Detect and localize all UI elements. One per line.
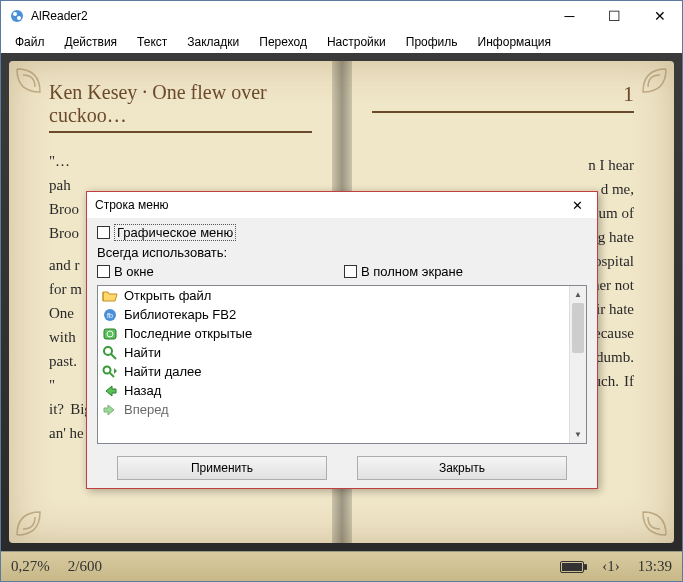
page-number: 1 [372, 81, 635, 113]
statusbar: 0,27% 2/600 ‹1› 13:39 [1, 551, 682, 581]
menu-text[interactable]: Текст [127, 33, 177, 51]
fb2-library-icon: fb [102, 307, 118, 323]
label-always-use: Всегда использовать: [97, 243, 587, 262]
listbox-scrollbar[interactable]: ▲ ▼ [569, 286, 586, 443]
svg-point-0 [11, 10, 23, 22]
label-fullscreen: В полном экране [361, 264, 463, 279]
svg-line-8 [111, 354, 116, 359]
menu-goto[interactable]: Переход [249, 33, 317, 51]
minimize-button[interactable]: ─ [547, 1, 592, 31]
scroll-up-button[interactable]: ▲ [570, 286, 586, 303]
list-item[interactable]: Назад [98, 381, 569, 400]
recent-files-icon [102, 326, 118, 342]
close-dialog-button[interactable]: Закрыть [357, 456, 567, 480]
list-item-label: Найти далее [124, 364, 202, 379]
menu-string-dialog: Строка меню ✕ Графическое меню Всегда ис… [86, 191, 598, 489]
find-icon [102, 345, 118, 361]
list-item-label: Назад [124, 383, 161, 398]
svg-text:fb: fb [107, 312, 113, 319]
book-title: Ken Kesey · One flew over cuckoo… [49, 81, 312, 127]
text-line: n I hear [372, 153, 635, 177]
label-in-window: В окне [114, 264, 154, 279]
book-area: Ken Kesey · One flew over cuckoo… "… pah… [1, 53, 682, 551]
list-item-label: Последние открытые [124, 326, 252, 341]
dialog-titlebar[interactable]: Строка меню ✕ [87, 192, 597, 218]
checkbox-fullscreen[interactable] [344, 265, 357, 278]
scroll-down-button[interactable]: ▼ [570, 426, 586, 443]
list-item[interactable]: Найти далее [98, 362, 569, 381]
close-button[interactable]: ✕ [637, 1, 682, 31]
svg-point-7 [104, 347, 112, 355]
svg-line-10 [110, 373, 114, 377]
book-header: Ken Kesey · One flew over cuckoo… [49, 81, 312, 133]
list-item[interactable]: Вперед [98, 400, 569, 419]
list-item[interactable]: Найти [98, 343, 569, 362]
list-item-label: Библиотекарь FB2 [124, 307, 236, 322]
checkbox-in-window[interactable] [97, 265, 110, 278]
list-item-label: Открыть файл [124, 288, 211, 303]
dialog-close-button[interactable]: ✕ [565, 195, 589, 215]
menu-settings[interactable]: Настройки [317, 33, 396, 51]
list-item[interactable]: fb Библиотекарь FB2 [98, 305, 569, 324]
apply-button[interactable]: Применить [117, 456, 327, 480]
svg-point-2 [17, 16, 21, 20]
menu-items-listbox[interactable]: Открыть файл fb Библиотекарь FB2 Последн… [97, 285, 587, 444]
list-item[interactable]: Открыть файл [98, 286, 569, 305]
list-item[interactable]: Последние открытые [98, 324, 569, 343]
back-arrow-icon [102, 383, 118, 399]
text-line: "… [49, 149, 312, 173]
dialog-title: Строка меню [95, 198, 169, 212]
menubar: Файл Действия Текст Закладки Переход Нас… [1, 31, 682, 53]
checkbox-graphic-menu[interactable] [97, 226, 110, 239]
menu-file[interactable]: Файл [5, 33, 55, 51]
forward-arrow-icon [102, 402, 118, 418]
label-graphic-menu: Графическое меню [114, 224, 236, 241]
battery-icon [560, 561, 584, 573]
titlebar: AlReader2 ─ ☐ ✕ [1, 1, 682, 31]
menu-profile[interactable]: Профиль [396, 33, 468, 51]
status-chapter: ‹1› [602, 558, 620, 575]
menu-actions[interactable]: Действия [55, 33, 128, 51]
svg-point-1 [13, 12, 17, 16]
window-title: AlReader2 [31, 9, 547, 23]
svg-point-9 [104, 366, 111, 373]
status-percent: 0,27% [11, 558, 50, 575]
app-icon [9, 8, 25, 24]
list-item-label: Найти [124, 345, 161, 360]
status-time: 13:39 [638, 558, 672, 575]
menu-info[interactable]: Информация [468, 33, 561, 51]
maximize-button[interactable]: ☐ [592, 1, 637, 31]
folder-open-icon [102, 288, 118, 304]
status-pages: 2/600 [68, 558, 102, 575]
menu-bookmarks[interactable]: Закладки [177, 33, 249, 51]
find-next-icon [102, 364, 118, 380]
list-item-label: Вперед [124, 402, 169, 417]
scroll-thumb[interactable] [572, 303, 584, 353]
